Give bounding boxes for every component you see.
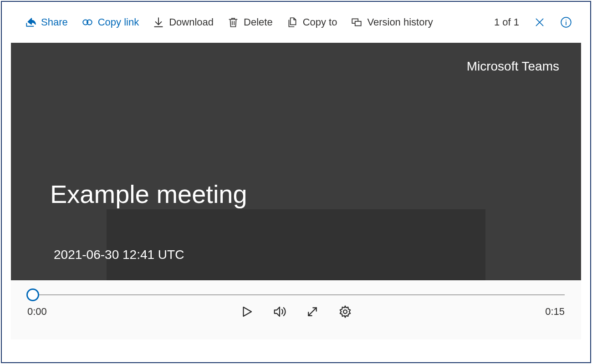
svg-rect-3: [355, 21, 361, 26]
download-label: Download: [169, 16, 214, 28]
link-icon: [82, 16, 93, 28]
copy-to-button[interactable]: Copy to: [286, 16, 337, 28]
share-arrow-icon: [25, 16, 36, 28]
top-toolbar: Share Copy link Download: [2, 2, 590, 43]
svg-point-5: [566, 20, 566, 20]
info-button[interactable]: [560, 16, 572, 28]
seek-thumb[interactable]: [26, 288, 39, 301]
player-controls: 0:00: [11, 280, 581, 339]
share-label: Share: [41, 16, 68, 28]
video-preview[interactable]: Microsoft Teams Example meeting 2021-06-…: [11, 43, 581, 280]
copy-link-label: Copy link: [98, 16, 139, 28]
play-button[interactable]: [240, 305, 254, 318]
current-time-label: 0:00: [27, 306, 82, 318]
video-timestamp: 2021-06-30 12:41 UTC: [54, 248, 184, 262]
close-button[interactable]: [534, 16, 546, 28]
toolbar-right: 1 of 1: [494, 16, 572, 28]
page-indicator: 1 of 1: [494, 16, 519, 28]
seek-track-line: [27, 294, 565, 295]
fullscreen-button[interactable]: [306, 305, 319, 318]
share-button[interactable]: Share: [25, 16, 68, 28]
delete-button[interactable]: Delete: [227, 16, 273, 28]
download-icon: [153, 16, 164, 28]
video-title: Example meeting: [50, 179, 247, 209]
volume-button[interactable]: [273, 305, 286, 318]
trash-icon: [227, 16, 239, 28]
download-button[interactable]: Download: [153, 16, 214, 28]
delete-label: Delete: [244, 16, 273, 28]
copy-link-button[interactable]: Copy link: [82, 16, 139, 28]
svg-point-6: [343, 310, 347, 313]
version-history-button[interactable]: Version history: [351, 16, 433, 28]
version-history-label: Version history: [367, 16, 433, 28]
seek-bar[interactable]: [27, 288, 565, 301]
copy-icon: [286, 16, 298, 28]
settings-button[interactable]: [338, 305, 352, 318]
video-overlay-band: [107, 209, 485, 281]
copy-to-label: Copy to: [303, 16, 337, 28]
duration-label: 0:15: [510, 306, 565, 318]
app-frame: Share Copy link Download: [1, 1, 591, 363]
version-history-icon: [351, 16, 362, 28]
video-brand-label: Microsoft Teams: [467, 59, 559, 74]
